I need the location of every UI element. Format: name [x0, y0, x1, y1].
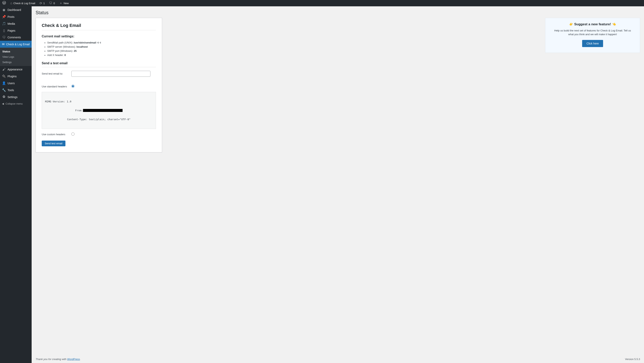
- collapse-label: Collapse menu: [6, 102, 23, 105]
- footer: Thank you for creating with WordPress. V…: [32, 355, 644, 363]
- point-left-icon: 👈: [612, 22, 616, 26]
- menu-label: Comments: [8, 36, 21, 39]
- admin-toolbar: ⌂ Check & Log Email ⟳ 1 🗨 0 ＋ New: [0, 0, 644, 6]
- redacted-from-value: [83, 109, 122, 112]
- comments-count: 0: [53, 2, 55, 5]
- user-icon: 👤: [2, 81, 6, 85]
- menu-label: Media: [8, 22, 15, 25]
- mail-icon: ✉: [2, 42, 4, 46]
- menu-label: Plugins: [8, 75, 16, 78]
- site-name-menu[interactable]: ⌂ Check & Log Email: [10, 0, 36, 6]
- settings-list: SendMail path (UNIX): /usr/sbin/sendmail…: [42, 40, 156, 57]
- menu-tools[interactable]: 🔧 Tools: [0, 86, 32, 94]
- pin-icon: 📌: [2, 15, 6, 18]
- footer-version: Version 5.5.3: [625, 358, 640, 361]
- send-to-label: Send test email to:: [42, 72, 68, 75]
- home-icon: ⌂: [10, 2, 12, 5]
- collapse-menu[interactable]: ◀ Collapse menu: [0, 101, 32, 107]
- wrench-icon: 🔧: [2, 88, 6, 92]
- menu-media[interactable]: 🎵 Media: [0, 20, 32, 27]
- promo-text: Help us build the next set of features f…: [551, 29, 634, 36]
- dashboard-icon: ◉: [2, 8, 6, 12]
- menu-pages[interactable]: ▯ Pages: [0, 27, 32, 34]
- point-right-icon: 👉: [569, 22, 573, 26]
- menu-plugins[interactable]: 🔌 Plugins: [0, 73, 32, 80]
- setting-smtp-port: SMTP port (Windows): 25: [44, 49, 156, 53]
- comment-icon: 🗨: [2, 36, 6, 39]
- menu-label: Check & Log Email: [6, 43, 30, 46]
- promo-title-text: Suggest a new feature!: [574, 22, 611, 26]
- menu-label: Users: [8, 82, 15, 85]
- gear-icon: [2, 95, 6, 99]
- wordpress-icon: [2, 1, 6, 5]
- headers-preview-box: MIME-Version: 1.0 From: Content-Type: te…: [42, 92, 156, 129]
- menu-posts[interactable]: 📌 Posts: [0, 13, 32, 20]
- content-body: Status Check & Log Email Current mail se…: [32, 6, 644, 363]
- wp-logo-menu[interactable]: [2, 0, 7, 6]
- page-title: Status: [36, 6, 640, 18]
- status-card: Check & Log Email Current mail settings:…: [36, 18, 162, 152]
- row-custom-headers: Use custom headers: [42, 132, 156, 136]
- setting-sendmail: SendMail path (UNIX): /usr/sbin/sendmail…: [44, 40, 156, 45]
- update-icon: ⟳: [40, 2, 42, 5]
- plus-icon: ＋: [59, 1, 62, 5]
- comment-icon: 🗨: [49, 2, 52, 5]
- row-standard-headers: Use standard headers: [42, 84, 156, 88]
- custom-headers-radio[interactable]: [71, 132, 74, 136]
- wordpress-link[interactable]: WordPress: [67, 358, 80, 361]
- promo-click-here-button[interactable]: Click here: [582, 40, 603, 47]
- menu-dashboard[interactable]: ◉ Dashboard: [0, 6, 32, 13]
- menu-check-log-email[interactable]: ✉ Check & Log Email: [0, 41, 32, 48]
- updates-count: 1: [43, 2, 45, 5]
- send-to-input[interactable]: [71, 71, 150, 77]
- menu-label: Tools: [8, 88, 14, 92]
- submenu-view-logs[interactable]: View Logs: [0, 54, 32, 60]
- submenu-check-log-email: Status View Logs Settings: [0, 48, 32, 66]
- new-label: New: [64, 2, 69, 5]
- card-title: Check & Log Email: [42, 23, 156, 30]
- page-icon: ▯: [2, 29, 6, 32]
- menu-users[interactable]: 👤 Users: [0, 80, 32, 86]
- promo-title: 👉 Suggest a new feature! 👈: [551, 22, 634, 26]
- plug-icon: 🔌: [2, 74, 6, 78]
- setting-smtp-server: SMTP server (Windows): localhost: [44, 45, 156, 49]
- custom-headers-label: Use custom headers: [42, 133, 68, 136]
- comments-menu[interactable]: 🗨 0: [48, 0, 56, 6]
- submenu-status[interactable]: Status: [0, 49, 32, 54]
- standard-headers-label: Use standard headers: [42, 85, 68, 88]
- footer-thanks: Thank you for creating with WordPress.: [36, 358, 81, 361]
- updates-menu[interactable]: ⟳ 1: [39, 0, 46, 6]
- menu-comments[interactable]: 🗨 Comments: [0, 34, 32, 41]
- media-icon: 🎵: [2, 22, 6, 26]
- suggest-feature-promo: 👉 Suggest a new feature! 👈 Help us build…: [545, 18, 640, 53]
- setting-xheader: Add X header: 0: [44, 53, 156, 57]
- headers-content-type-line: Content-Type: text/plain; charset="UTF-8…: [45, 118, 152, 121]
- standard-headers-radio[interactable]: [71, 84, 74, 88]
- menu-label: Settings: [8, 96, 18, 99]
- menu-appearance[interactable]: 🖌 Appearance: [0, 66, 32, 73]
- menu-label: Pages: [8, 29, 16, 32]
- current-settings-heading: Current mail settings:: [42, 34, 156, 38]
- menu-label: Posts: [8, 15, 14, 18]
- site-name-label: Check & Log Email: [14, 2, 36, 5]
- admin-menu: ◉ Dashboard 📌 Posts 🎵 Media ▯ Pages 🗨 Co…: [0, 6, 32, 363]
- new-content-menu[interactable]: ＋ New: [58, 0, 70, 6]
- test-email-heading: Send a test email: [42, 62, 156, 67]
- menu-label: Dashboard: [8, 8, 21, 12]
- menu-settings[interactable]: Settings: [0, 94, 32, 101]
- collapse-icon: ◀: [2, 102, 4, 105]
- submenu-settings[interactable]: Settings: [0, 60, 32, 65]
- send-test-email-button[interactable]: Send test email: [42, 140, 66, 146]
- headers-mime-line: MIME-Version: 1.0: [45, 100, 152, 103]
- menu-label: Appearance: [8, 68, 22, 71]
- row-send-to: Send test email to:: [42, 71, 156, 77]
- headers-from-line: From:: [45, 109, 152, 112]
- brush-icon: 🖌: [2, 68, 6, 71]
